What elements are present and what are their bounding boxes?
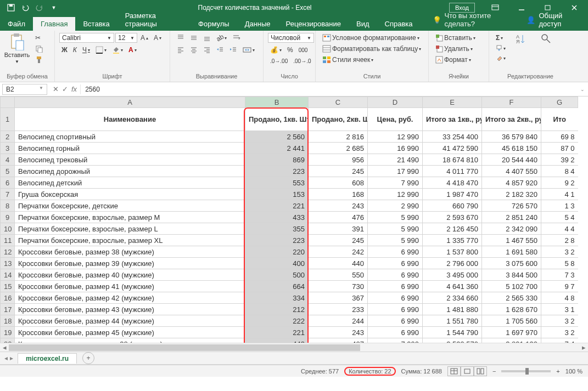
sheet-tab[interactable]: microexcel.ru xyxy=(18,353,77,364)
cell[interactable]: 1 537 800 xyxy=(423,246,482,258)
cell[interactable]: 400 xyxy=(245,258,309,269)
cell[interactable]: 5 8 xyxy=(541,258,578,269)
cells-format-button[interactable]: Формат▾ xyxy=(433,55,473,65)
currency-button[interactable]: 💰▾ xyxy=(268,45,284,55)
cond-format-button[interactable]: Условное форматирование▾ xyxy=(320,33,422,43)
cell[interactable]: Кроссовки беговые, размер 45 (мужские) xyxy=(15,327,245,338)
clear-button[interactable]: ▾ xyxy=(494,54,508,63)
row-header[interactable]: 4 xyxy=(1,154,15,166)
cell[interactable]: 6 990 xyxy=(368,258,423,269)
cell[interactable]: 5 990 xyxy=(368,212,423,223)
cell[interactable]: 223 xyxy=(245,166,309,177)
row-header[interactable]: 7 xyxy=(1,189,15,200)
cells-insert-button[interactable]: Вставить▾ xyxy=(433,33,478,43)
tab-nav-next-icon[interactable]: ▸ xyxy=(10,354,13,362)
cell[interactable]: 1 987 470 xyxy=(423,189,482,200)
cell[interactable]: 87 0 xyxy=(541,143,578,154)
wrap-button[interactable] xyxy=(230,33,243,43)
col-header-D[interactable]: D xyxy=(368,97,423,108)
cell[interactable]: Кроссовки беговые, размер 39 (мужские) xyxy=(15,258,245,269)
scroll-right-icon[interactable]: ▸ xyxy=(579,343,588,352)
cell[interactable]: Кроссовки беговые, размер 43 (мужские) xyxy=(15,304,245,315)
cell[interactable]: 1 628 670 xyxy=(482,304,541,315)
cell[interactable]: 4 4 xyxy=(541,223,578,235)
cell[interactable]: 550 xyxy=(309,269,368,281)
col-header-A[interactable]: A xyxy=(15,97,245,108)
view-normal-icon[interactable] xyxy=(447,366,461,376)
cell[interactable]: 245 xyxy=(309,166,368,177)
qat-dropdown-icon[interactable]: ▼ xyxy=(47,1,60,14)
header-cell[interactable]: Наименование xyxy=(15,108,245,131)
cell[interactable]: 608 xyxy=(309,177,368,189)
col-header-G[interactable]: G xyxy=(541,97,578,108)
select-all-corner[interactable] xyxy=(1,97,15,108)
cell[interactable]: 2 851 240 xyxy=(482,212,541,223)
cell[interactable]: 6 990 xyxy=(368,292,423,304)
cell[interactable]: 730 xyxy=(309,281,368,292)
cell[interactable]: 2 796 000 xyxy=(423,258,482,269)
cell[interactable]: 334 xyxy=(245,292,309,304)
cell[interactable]: 9 2 xyxy=(541,177,578,189)
save-icon[interactable] xyxy=(4,1,18,14)
cell[interactable]: 12 990 xyxy=(368,189,423,200)
font-name-select[interactable]: Calibri▼ xyxy=(59,33,114,43)
cell[interactable]: 243 xyxy=(309,327,368,338)
header-cell[interactable]: Ито xyxy=(541,108,578,131)
zoom-slider[interactable] xyxy=(501,370,551,372)
align-top-button[interactable] xyxy=(175,33,187,43)
header-cell[interactable]: Продано, 2кв. Шт. xyxy=(309,108,368,131)
cell[interactable]: 2 441 xyxy=(245,143,309,154)
cell[interactable]: 3 2 xyxy=(541,315,578,327)
percent-button[interactable]: % xyxy=(285,45,295,55)
view-layout-icon[interactable] xyxy=(461,366,474,376)
cell[interactable]: Перчатки боксерские, детские xyxy=(15,200,245,212)
tell-me[interactable]: 💡Что вы хотите сделать? xyxy=(427,9,519,31)
cell[interactable]: 1 705 560 xyxy=(482,315,541,327)
cell[interactable]: 664 xyxy=(245,281,309,292)
bold-button[interactable]: Ж xyxy=(59,45,70,55)
cell[interactable]: 41 472 590 xyxy=(423,143,482,154)
formula-expand-icon[interactable]: ⌄ xyxy=(577,87,588,92)
border-button[interactable]: ▾ xyxy=(93,45,109,55)
cell[interactable]: 2 560 xyxy=(245,131,309,143)
cell[interactable]: 2 8 xyxy=(541,235,578,246)
row-header[interactable]: 9 xyxy=(1,212,15,223)
cell[interactable]: Кроссовки беговые, размер 44 (мужские) xyxy=(15,315,245,327)
cell[interactable]: 3 844 500 xyxy=(482,269,541,281)
cell[interactable]: Груша боксерская xyxy=(15,189,245,200)
cell[interactable]: 243 xyxy=(309,200,368,212)
cell[interactable]: 242 xyxy=(309,246,368,258)
cell[interactable]: 12 990 xyxy=(368,131,423,143)
zoom-value[interactable]: 100 % xyxy=(565,368,583,375)
cell[interactable]: 476 xyxy=(309,212,368,223)
name-box[interactable]: B2▼ xyxy=(2,84,47,95)
cell[interactable]: 1 335 770 xyxy=(423,235,482,246)
cell[interactable]: 153 xyxy=(245,189,309,200)
cell[interactable]: 16 990 xyxy=(368,143,423,154)
copy-button[interactable] xyxy=(33,44,45,54)
cell[interactable]: 36 579 840 xyxy=(482,131,541,143)
col-header-B[interactable]: B xyxy=(245,97,309,108)
format-table-button[interactable]: Форматировать как таблицу▾ xyxy=(320,44,423,54)
cell[interactable]: 1 697 970 xyxy=(482,327,541,338)
cell[interactable]: 3 2 xyxy=(541,246,578,258)
cell[interactable]: 6 990 xyxy=(368,246,423,258)
cell[interactable]: 2 593 670 xyxy=(423,212,482,223)
cell[interactable]: 3 495 000 xyxy=(423,269,482,281)
cell[interactable]: Велосипед трековый xyxy=(15,154,245,166)
spreadsheet-grid[interactable]: A B C D E F G 1 Наименование Продано, 1к… xyxy=(0,97,578,350)
cell[interactable]: 500 xyxy=(245,269,309,281)
cell[interactable]: 6 990 xyxy=(368,304,423,315)
row-header[interactable]: 3 xyxy=(1,143,15,154)
cell[interactable]: 1 691 580 xyxy=(482,246,541,258)
cell[interactable]: 726 570 xyxy=(482,200,541,212)
view-pagebreak-icon[interactable] xyxy=(474,366,487,376)
shrink-font-button[interactable]: A▾ xyxy=(152,33,164,43)
cell[interactable]: 367 xyxy=(309,292,368,304)
cell[interactable]: 39 2 xyxy=(541,154,578,166)
cell[interactable]: Велосипед горный xyxy=(15,143,245,154)
cell[interactable]: 233 xyxy=(309,304,368,315)
cell[interactable]: 355 xyxy=(245,223,309,235)
cell[interactable]: 1 467 550 xyxy=(482,235,541,246)
cell[interactable]: 5 4 xyxy=(541,212,578,223)
